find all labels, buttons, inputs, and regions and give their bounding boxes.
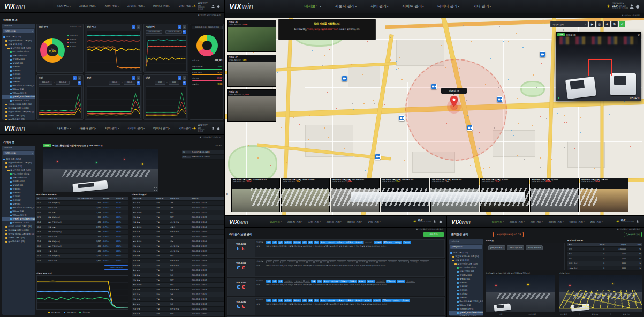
user-icon[interactable] xyxy=(635,220,640,224)
feature-chip[interactable]: 월경감지 xyxy=(367,260,377,263)
delete-icon[interactable]: ✕ xyxy=(242,247,245,250)
tree-item[interactable]: 직캠 002 xyxy=(449,285,483,289)
table-row[interactable]: 차량 식별 주행 세단 2024-05-02 12:40:11 xyxy=(132,297,224,302)
tree-item[interactable]: 테스트용 그룹 1-1 (30) xyxy=(2,107,35,110)
tree-item[interactable]: 테스트용 그룹 1-1 (30) xyxy=(2,229,35,232)
tree-item[interactable]: 분석카메라 그룹 (149) xyxy=(449,262,483,266)
site-select[interactable]: [전체] 사이트▾ xyxy=(3,29,34,33)
date-to-input[interactable]: 2024-05-02 xyxy=(56,81,70,85)
tree-item[interactable]: 안양천남 001 xyxy=(2,180,35,184)
feature-chip[interactable]: 정차감지 xyxy=(363,241,373,244)
feature-chip[interactable]: 군집 xyxy=(314,241,319,244)
add-model-button[interactable]: 모델 추가 xyxy=(423,232,444,237)
line-chart-icon[interactable]: ∿ xyxy=(132,25,135,29)
nav-item[interactable]: 사이트 관리▾ xyxy=(402,4,423,9)
tree-item[interactable]: Bos 테스트용 카메라_유리창 01 xyxy=(2,84,35,88)
tree-item[interactable]: 데모영상 테스트 그룹 (94) xyxy=(2,39,35,43)
nav-item[interactable]: 서버 관리▾ xyxy=(105,126,119,130)
app-logo[interactable]: VIXwin xyxy=(229,218,248,225)
camera-thumb-card[interactable]: 카메라 #7이벤트 발생 건수 : 18건 xyxy=(227,55,276,87)
table-row[interactable]: 차량 식별 주행 미지정 차량 2024-05-02 12:40:36 xyxy=(132,259,224,263)
nav-item[interactable]: 기타 관리▾ xyxy=(590,220,603,223)
tree-item[interactable]: 소방서_공사니콜픽서설정 xyxy=(2,95,35,99)
camera-marker[interactable] xyxy=(497,96,503,102)
date-to-input[interactable]: 2024-05-31 13:00 xyxy=(165,30,182,34)
table-row[interactable]: 91-4 통행 위반(인도) 3,847 40.5% ↓ 45.1% ↑ xyxy=(36,239,128,244)
model-row[interactable]: VIX-2280 ✎ ✕ 지원기능 객체그룹교통경계침입침입감지배회행동군집혼잡… xyxy=(227,297,445,315)
search-button[interactable] xyxy=(183,30,186,34)
download-icon[interactable]: ↓ xyxy=(137,76,140,80)
tree-item[interactable]: Bos 테스트용 카메라_유리창 01 xyxy=(2,206,35,210)
feature-chip[interactable]: 유동량수 xyxy=(347,260,357,263)
feature-chip[interactable]: 차량번호 xyxy=(393,241,402,244)
date-from-input[interactable]: 2024-05-30 13:00 xyxy=(146,30,162,34)
nav-item[interactable]: 서버 관리▾ xyxy=(105,4,119,8)
search-analysis-button[interactable]: 분석설정 검색 xyxy=(624,232,642,237)
tree-item[interactable]: 서울 카메라 001 xyxy=(449,270,483,274)
feature-chip[interactable]: 혼잡도 xyxy=(320,241,327,244)
tree-item[interactable]: 데모장 테스트 그룹(공원) (4) xyxy=(2,232,35,236)
tree-item[interactable]: 데모영상 테스트 그룹 (94) xyxy=(2,161,35,165)
feature-chip[interactable]: 배회 xyxy=(302,299,307,302)
table-row[interactable]: 06-0 불법 주정차(인도) 456 45.1% ↑ 43.2% ↓ xyxy=(36,244,128,249)
feature-chip[interactable]: 혼잡도 xyxy=(320,299,327,302)
download-icon[interactable]: ↓ xyxy=(78,76,81,80)
strip-prev-button[interactable]: ‹ xyxy=(226,190,228,198)
table-row[interactable]: 유동 검출 주행 객체 2024-05-02 12:40:40 xyxy=(132,235,224,239)
feature-chip[interactable]: PTZ프리셋 xyxy=(383,241,393,244)
table-row[interactable]: 혼잡 0 1,000 월 xyxy=(567,252,642,256)
table-row[interactable]: 카운트 집계 0 1,000 월 xyxy=(567,266,642,271)
date-from-input[interactable]: 2024-04-29 xyxy=(39,81,52,85)
line-chart-icon[interactable]: ∿ xyxy=(73,76,77,80)
tree-item[interactable]: 방범V5 001 xyxy=(2,62,35,65)
nav-item[interactable]: 사이트 관리▾ xyxy=(127,4,145,8)
nav-item[interactable]: 대시보드▾ xyxy=(57,4,71,8)
delete-icon[interactable]: ✕ xyxy=(242,285,245,289)
feature-chip[interactable]: 군집 xyxy=(321,260,328,263)
feature-chip[interactable]: 경계침입 xyxy=(284,280,293,283)
tree-item[interactable]: 안양천남 001 xyxy=(2,58,35,62)
nav-item[interactable]: 사용자 관리▾ xyxy=(287,220,302,223)
tree-item[interactable]: 유동량 그룹 1 (26) xyxy=(2,236,35,240)
feature-chip[interactable]: 경계침입 xyxy=(284,299,292,302)
line-chart-icon[interactable]: ∿ xyxy=(178,76,181,80)
tree-item[interactable]: 배경학습용 사거리 xyxy=(2,99,35,103)
nav-item[interactable]: 데이터 관리▾ xyxy=(153,4,170,8)
user-icon[interactable] xyxy=(433,220,437,224)
feature-chip[interactable]: 그룹 xyxy=(273,260,279,263)
table-row[interactable]: 혼잡 경고 주행 객체 2024-05-02 12:40:08 xyxy=(132,302,224,307)
tree-item[interactable]: 정문 001 xyxy=(2,202,35,206)
tree-item[interactable]: 전체 그룹 (1234) xyxy=(449,251,483,255)
tree-item[interactable]: 정문 001 xyxy=(449,296,483,300)
tree-item[interactable]: 서울 공원 (174) xyxy=(449,259,483,262)
tree-item[interactable]: gpu 테스트가 (23) xyxy=(2,118,35,120)
tree-item[interactable]: 분석카메라 그룹 (149) xyxy=(2,169,35,172)
feature-chip[interactable]: 객체 xyxy=(266,280,271,283)
table-row[interactable]: 교차 0 1,000,000 월 xyxy=(567,247,642,252)
table-row[interactable]: 차량 식별 주행 세단 2024-05-02 12:40:36 xyxy=(132,254,224,259)
feature-chip[interactable]: 혼잡도 xyxy=(328,260,336,263)
delete-icon[interactable]: ✕ xyxy=(242,305,245,308)
feature-chip[interactable]: 군집 xyxy=(314,299,319,302)
camera-marker[interactable] xyxy=(431,84,437,89)
feature-chip[interactable]: 행동 xyxy=(314,260,321,263)
table-row[interactable]: 혼잡 경고 주행 객체 2024-05-02 12:40:31 xyxy=(132,268,224,273)
feature-chip[interactable]: 배회 xyxy=(307,260,314,263)
search-button[interactable] xyxy=(183,81,186,85)
feature-chip[interactable]: PTZ프리셋 xyxy=(386,280,396,283)
source-preview-video[interactable] xyxy=(486,275,555,312)
table-row[interactable]: 불법 정차석 주행 세단 2024-05-02 12:40:21 xyxy=(132,283,224,288)
feature-chip[interactable]: 남아있음 xyxy=(330,280,339,283)
feature-chip[interactable]: 남아있음 xyxy=(327,299,336,302)
feature-chip[interactable]: 침입감지 xyxy=(293,241,301,244)
line-chart-icon[interactable]: ∿ xyxy=(178,25,181,29)
tree-item[interactable]: 전체 그룹 (1234) xyxy=(2,35,35,39)
feature-chip[interactable]: 무인단속 xyxy=(406,280,415,283)
tree-item[interactable]: 직캠 001 xyxy=(449,281,483,285)
delete-icon[interactable]: ✕ xyxy=(242,266,245,269)
date-to-input[interactable]: 2024-05 xyxy=(124,81,135,85)
table-row[interactable]: 07-0 통행 위반(인도) 656 40.2% ↑ 44.1% ↓ xyxy=(36,215,128,220)
date-from-input[interactable]: 2023 xyxy=(155,81,165,85)
tree-item[interactable]: 근거 001 xyxy=(449,289,483,292)
feature-chip[interactable]: 객체 xyxy=(266,260,272,263)
